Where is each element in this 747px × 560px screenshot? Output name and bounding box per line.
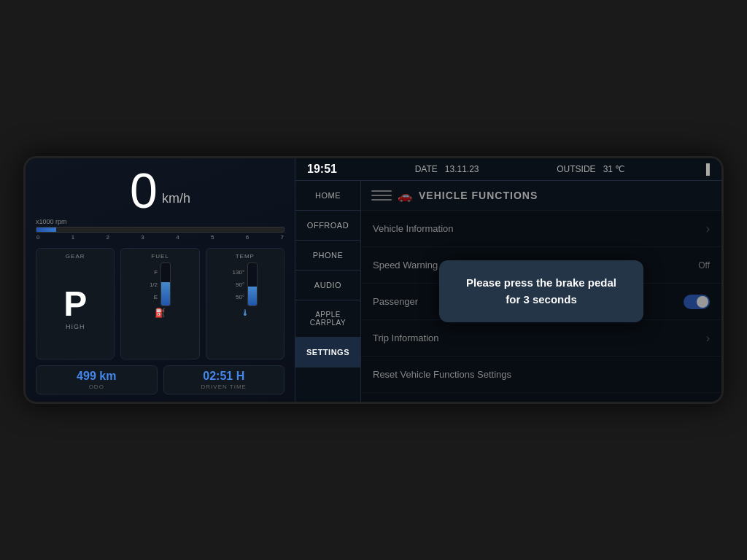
temp-vbar-fill — [248, 287, 257, 306]
sidebar-item-apple-carplay[interactable]: APPLE CARPLAY — [295, 300, 360, 338]
speed-display: 0 km/h — [36, 166, 285, 215]
sidebar-item-phone[interactable]: PHONE — [295, 241, 360, 271]
rpm-section: x1000 rpm 0 1 2 3 4 5 6 7 — [36, 218, 285, 241]
dashboard-frame: 0 km/h x1000 rpm 0 1 2 3 4 5 6 7 GEAR — [23, 156, 724, 404]
fuel-label: FUEL — [151, 253, 169, 260]
time-display: 19:51 — [307, 163, 337, 176]
driven-time-value: 02:51 H — [203, 370, 244, 383]
brake-modal: Please press the brake pedal for 3 secon… — [439, 260, 643, 322]
gear-gauge: GEAR P HIGH — [36, 248, 115, 359]
modal-message: Please press the brake pedal for 3 secon… — [460, 275, 623, 308]
sidebar-item-home[interactable]: HOME — [295, 181, 360, 211]
gear-label: GEAR — [66, 253, 85, 260]
odo-label: ODO — [89, 384, 104, 390]
gear-letter: P — [63, 287, 87, 322]
fuel-bar-area: F 1/2 E — [150, 262, 171, 306]
instrument-cluster: 0 km/h x1000 rpm 0 1 2 3 4 5 6 7 GEAR — [26, 158, 295, 402]
signal-icon: ▐ — [703, 163, 710, 175]
sidebar-item-audio[interactable]: AUDIO — [295, 271, 360, 300]
gear-display: P HIGH — [63, 262, 87, 354]
temp-bar-labels: 130° 90° 50° — [233, 269, 245, 300]
outside-temp-display: OUTSIDE 31 ℃ — [557, 164, 624, 174]
main-area: HOME OFFROAD PHONE AUDIO APPLE CARPLAY S… — [295, 181, 721, 402]
fuel-gauge: FUEL F 1/2 E ⛽ — [120, 248, 199, 359]
speed-value: 0 — [130, 166, 158, 215]
rpm-bar — [36, 227, 285, 233]
rpm-ticks: 0 1 2 3 4 5 6 7 — [36, 234, 285, 241]
date-display: DATE 13.11.23 — [415, 164, 479, 174]
odo-row: 499 km ODO 02:51 H DRIVEN TIME — [36, 365, 285, 394]
driven-time-box: 02:51 H DRIVEN TIME — [163, 365, 285, 394]
gear-sub: HIGH — [66, 323, 85, 330]
temp-gauge: TEMP 130° 90° 50° 🌡 — [206, 248, 285, 359]
nav-sidebar: HOME OFFROAD PHONE AUDIO APPLE CARPLAY S… — [295, 181, 361, 402]
temp-label: TEMP — [236, 253, 255, 260]
top-bar: 19:51 DATE 13.11.23 OUTSIDE 31 ℃ ▐ — [295, 158, 721, 181]
fuel-vbar — [160, 262, 171, 306]
rpm-bar-fill — [36, 228, 56, 232]
gauges-row: GEAR P HIGH FUEL F 1/2 E — [36, 248, 285, 359]
odo-value: 499 km — [77, 370, 116, 383]
rpm-label: x1000 rpm — [36, 218, 285, 225]
modal-overlay: Please press the brake pedal for 3 secon… — [361, 181, 721, 402]
driven-time-label: DRIVEN TIME — [201, 384, 247, 390]
speed-unit: km/h — [162, 191, 190, 206]
temp-vbar — [247, 262, 258, 306]
odo-box: 499 km ODO — [36, 365, 158, 394]
fuel-vbar-fill — [161, 282, 170, 306]
fuel-icon: ⛽ — [155, 308, 166, 318]
fuel-bar-labels: F 1/2 E — [150, 269, 158, 300]
infotainment-screen: 19:51 DATE 13.11.23 OUTSIDE 31 ℃ ▐ HOME … — [295, 158, 721, 402]
sidebar-item-settings[interactable]: SETTINGS — [295, 338, 360, 368]
sidebar-item-offroad[interactable]: OFFROAD — [295, 211, 360, 241]
temp-bar-area: 130° 90° 50° — [233, 262, 258, 306]
temp-icon: 🌡 — [241, 308, 249, 318]
content-area: 🚗 VEHICLE FUNCTIONS Vehicle Information … — [361, 181, 721, 402]
